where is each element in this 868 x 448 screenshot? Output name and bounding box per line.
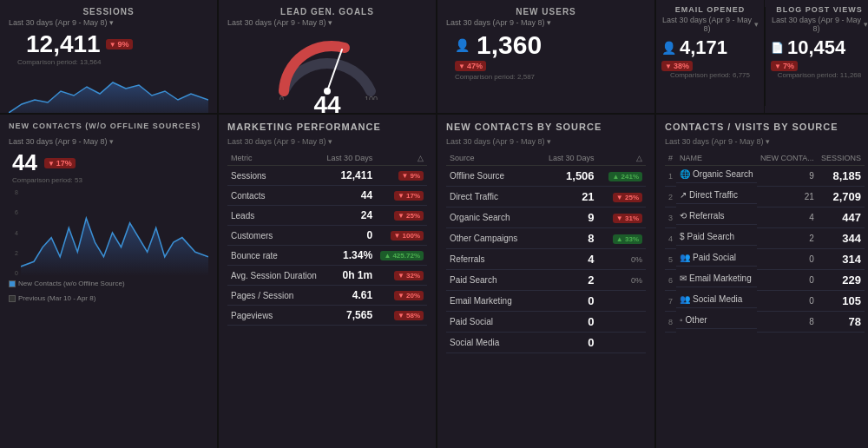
blog-period[interactable]: Last 30 days (Apr 9 - May 8) ▾ [771, 16, 868, 33]
source-change: ▲ 241% [598, 166, 646, 187]
email-comparison: Comparison period: 6,775 [661, 71, 759, 79]
col-delta: △ [376, 151, 427, 166]
rank: 8 [665, 312, 676, 333]
svg-marker-10 [21, 218, 208, 276]
sessions-change-arrow [109, 40, 116, 49]
sessions-count: 78 [818, 312, 865, 333]
email-person-icon [661, 41, 676, 55]
sessions-count: 447 [818, 208, 865, 228]
source-value: 9 [536, 208, 598, 228]
sessions-count: 2,709 [818, 187, 865, 208]
metric-value: 24 [322, 206, 376, 226]
sessions-comparison: Comparison period: 13,564 [17, 58, 208, 66]
metric-change: ▼ 32% [376, 266, 427, 286]
metric-change: ▼ 17% [376, 186, 427, 206]
col-source-delta: △ [598, 151, 646, 166]
visits-row: 4 $ Paid Search 2 344 [665, 228, 865, 249]
rank: 6 [665, 270, 676, 291]
email-title: EMAIL OPENED [661, 5, 759, 14]
visits-row: 2 ↗ Direct Traffic 21 2,709 [665, 187, 865, 208]
new-contacts-by-source-header: NEW CONTACTS BY SOURCE [446, 122, 646, 132]
metric-value: 12,411 [322, 166, 376, 186]
new-contacts-checkbox[interactable] [9, 280, 16, 287]
new-contacts-by-source-card: NEW CONTACTS BY SOURCE Last 30 days (Apr… [437, 115, 654, 448]
sessions-count: 314 [818, 249, 865, 270]
metric-name: Pages / Session [227, 286, 322, 306]
source-name: Direct Traffic [446, 187, 536, 208]
source-name-cell: ◦ Other [676, 312, 757, 329]
source-value: 0 [536, 312, 598, 333]
new-contacts-by-source-title: NEW CONTACTS BY SOURCE [446, 122, 602, 132]
contacts-count: 21 [757, 187, 818, 208]
marketing-performance-card: MARKETING PERFORMANCE Last 30 days (Apr … [219, 115, 436, 448]
email-period[interactable]: Last 30 days (Apr 9 - May 8) ▾ [661, 16, 759, 33]
metric-name: Leads [227, 206, 322, 226]
new-contacts-header: NEW CONTACTS (W/O OFFLINE SOURCES) [9, 122, 208, 132]
source-value: 21 [536, 187, 598, 208]
contacts-count: 2 [757, 228, 818, 249]
new-contacts-source-table: Source Last 30 Days △ Offline Source 1,5… [446, 151, 646, 353]
source-icon: 🌐 [680, 169, 690, 179]
new-contacts-source-period[interactable]: Last 30 days (Apr 9 - May 8) ▾ [446, 137, 646, 146]
visits-row: 5 👥 Paid Social 0 314 [665, 249, 865, 270]
newusers-period[interactable]: Last 30 days (Apr 9 - May 8) ▾ [446, 18, 646, 27]
source-name: Paid Social [446, 312, 536, 333]
metric-name: Pageviews [227, 306, 322, 326]
legend-new-contacts-previous: Previous (Mar 10 - Apr 8) [9, 294, 95, 302]
source-row: Paid Search 2 0% [446, 270, 646, 291]
marketing-period[interactable]: Last 30 days (Apr 9 - May 8) ▾ [227, 137, 427, 146]
source-row: Referrals 4 0% [446, 249, 646, 270]
sessions-title: SESSIONS [9, 7, 208, 16]
sessions-card: SESSIONS Last 30 days (Apr 9 - May 8) ▾ … [0, 0, 217, 113]
visits-row: 6 ✉ Email Marketing 0 229 [665, 270, 865, 291]
source-row: Offline Source 1,506 ▲ 241% [446, 166, 646, 187]
source-name: Organic Search [446, 208, 536, 228]
sessions-period[interactable]: Last 30 days (Apr 9 - May 8) ▾ [9, 18, 208, 27]
leadgen-card: LEAD GEN. GOALS Last 30 days (Apr 9 - Ma… [219, 0, 436, 113]
new-contacts-period[interactable]: Last 30 days (Apr 9 - May 8) ▾ [9, 137, 208, 146]
gauge-svg: 0 100 [271, 30, 384, 100]
contacts-count: 0 [757, 249, 818, 270]
source-change: ▼ 31% [598, 208, 646, 228]
newusers-person-icon [455, 38, 470, 52]
blog-doc-icon [771, 42, 784, 54]
sessions-change: 9% [106, 39, 133, 49]
svg-text:0: 0 [279, 95, 284, 100]
blog-value: 10,454 [787, 36, 845, 59]
svg-text:100: 100 [365, 95, 378, 100]
email-value: 4,171 [680, 36, 727, 59]
source-row: Email Marketing 0 [446, 291, 646, 312]
rank: 7 [665, 291, 676, 312]
metric-name: Avg. Session Duration [227, 266, 322, 286]
marketing-row: Bounce rate 1.34% ▲ 425.72% [227, 246, 427, 266]
sessions-count: 105 [818, 291, 865, 312]
sessions-value: 12,411 [26, 30, 101, 58]
contacts-visits-period[interactable]: Last 30 days (Apr 9 - May 8) ▾ [665, 137, 865, 146]
contacts-count: 0 [757, 291, 818, 312]
visits-row: 1 🌐 Organic Search 9 8,185 [665, 166, 865, 187]
newusers-arrow [458, 62, 465, 70]
leadgen-period[interactable]: Last 30 days (Apr 9 - May 8) ▾ [227, 18, 427, 27]
metric-change: ▼ 9% [376, 166, 427, 186]
new-contacts-prev-checkbox[interactable] [9, 295, 16, 302]
gauge-container: 0 100 44 [227, 30, 427, 113]
metric-value: 4.61 [322, 286, 376, 306]
rank: 2 [665, 187, 676, 208]
new-contacts-legend: New Contacts (w/o Offline Source) Previo… [9, 280, 208, 302]
metric-value: 44 [322, 186, 376, 206]
source-name-cell: ↗ Direct Traffic [676, 187, 757, 204]
col-source: Source [446, 151, 536, 166]
new-contacts-chart: Apr 9 Apr 16 Apr 23 Apr 30 May 7 [21, 189, 208, 276]
email-opened-card: EMAIL OPENED Last 30 days (Apr 9 - May 8… [656, 0, 765, 113]
source-name-cell: 👥 Paid Social [676, 249, 757, 267]
source-icon: ◦ [680, 315, 683, 325]
source-name: Paid Search [446, 270, 536, 291]
metric-name: Sessions [227, 166, 322, 186]
marketing-row: Contacts 44 ▼ 17% [227, 186, 427, 206]
source-change [598, 333, 646, 353]
source-icon: ✉ [680, 273, 687, 283]
sessions-count: 8,185 [818, 166, 865, 187]
source-name-cell: ⟲ Referrals [676, 208, 757, 225]
marketing-performance-title: MARKETING PERFORMANCE [227, 122, 381, 132]
col-metric: Metric [227, 151, 322, 166]
